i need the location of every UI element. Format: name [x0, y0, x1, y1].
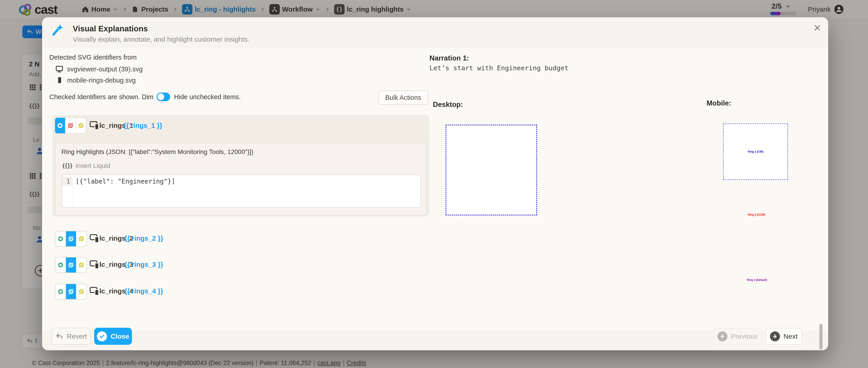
device-combo-icon	[89, 286, 100, 296]
detected-file-mobile: mobile-rings-debug.svg	[55, 76, 135, 84]
eye-hidden-button[interactable]	[65, 231, 76, 246]
modal-scrollbar-thumb[interactable]	[819, 324, 823, 349]
eye-hidden-yellow-button[interactable]	[76, 231, 87, 246]
ring-2-label: Ring 2 (CCW)	[738, 213, 775, 216]
previous-button[interactable]: Previous	[713, 328, 762, 345]
visibility-label-after: Hide unchecked items.	[174, 93, 241, 101]
mobile-icon	[55, 76, 63, 84]
desktop-preview-frame	[445, 125, 537, 215]
insert-liquid-button[interactable]: Insert Liquid	[62, 162, 110, 170]
eye-hidden-red-button[interactable]	[65, 118, 75, 133]
eye-visible-green-button[interactable]	[56, 284, 65, 299]
visual-explanations-modal: Visual Explanations Visually explain, an…	[42, 17, 828, 350]
identifier-liquid-tag[interactable]: {{ rings_1 }}	[124, 122, 162, 129]
ring-3-label: Ring 3 (Default)	[739, 278, 775, 282]
device-combo-icon	[89, 121, 100, 130]
dim-hide-toggle[interactable]	[156, 93, 170, 101]
arrow-left-circle-icon	[717, 331, 727, 341]
close-icon[interactable]	[812, 22, 823, 33]
desktop-preview-label: Desktop:	[433, 100, 463, 109]
device-combo-icon	[89, 260, 100, 270]
close-button[interactable]: Close	[94, 328, 132, 345]
detected-heading: Detected SVG identifiers from	[49, 54, 137, 61]
device-combo-icon	[89, 234, 100, 243]
visibility-segment-control	[55, 117, 87, 134]
eye-visible-green-button[interactable]	[56, 257, 65, 273]
eye-visible-button[interactable]	[55, 118, 65, 133]
mobile-preview-frame: Ring 1 (CW)	[723, 123, 788, 180]
identifier-liquid-tag[interactable]: {{ rings_4 }}	[124, 287, 163, 295]
modal-title: Visual Explanations	[73, 24, 148, 33]
visibility-segment-control	[55, 231, 87, 247]
undo-icon	[55, 332, 63, 340]
bulk-actions-button[interactable]: Bulk Actions	[378, 91, 428, 104]
file-name: mobile-rings-debug.svg	[67, 76, 135, 84]
eye-hidden-yellow-button[interactable]	[76, 257, 87, 273]
revert-button[interactable]: Revert	[52, 328, 91, 345]
check-circle-icon	[97, 331, 107, 341]
eye-hidden-yellow-button[interactable]	[76, 284, 87, 299]
file-name: svgviewer-output (39).svg	[67, 65, 143, 73]
code-line[interactable]: [{"label": "Engineering"}]	[75, 178, 175, 185]
line-number-gutter: 1	[62, 175, 72, 207]
eye-hidden-button[interactable]	[65, 284, 76, 299]
ring-highlights-label: Ring Highlights (JSON: [{"label":"System…	[61, 148, 253, 156]
detected-file-desktop: svgviewer-output (39).svg	[55, 65, 143, 73]
arrow-right-circle-icon	[770, 331, 780, 341]
eye-visible-green-button[interactable]	[56, 231, 65, 246]
ring-highlights-editor-box: Ring Highlights (JSON: [{"label":"System…	[55, 143, 427, 216]
modal-subtitle: Visually explain, annotate, and highligh…	[73, 35, 250, 43]
identifier-liquid-tag[interactable]: {{ rings_2 }}	[124, 235, 163, 242]
next-button[interactable]: Next	[766, 328, 802, 345]
eye-hidden-button[interactable]	[65, 257, 76, 273]
ring-1-label: Ring 1 (CW)	[748, 150, 763, 153]
eye-hidden-yellow-button[interactable]	[75, 118, 86, 133]
identifier-liquid-tag[interactable]: {{ rings_3 }}	[124, 260, 163, 268]
line-number: 1	[66, 178, 70, 185]
narration-label: Narration 1:	[429, 54, 469, 62]
code-editor[interactable]: 1 [{"label": "Engineering"}]	[61, 175, 421, 208]
desktop-icon	[55, 65, 63, 73]
visibility-segment-control	[55, 257, 87, 273]
modal-footer-bar	[42, 331, 828, 350]
visibility-label-before: Checked Identifiers are shown. Dim	[49, 93, 154, 101]
mobile-preview-label: Mobile:	[707, 99, 731, 108]
narration-text: Let’s start with Engineering budget	[429, 64, 568, 72]
magic-wand-icon	[52, 23, 66, 37]
toggle-knob	[157, 93, 164, 100]
liquid-braces-icon	[62, 163, 72, 169]
visibility-segment-control	[55, 284, 87, 300]
